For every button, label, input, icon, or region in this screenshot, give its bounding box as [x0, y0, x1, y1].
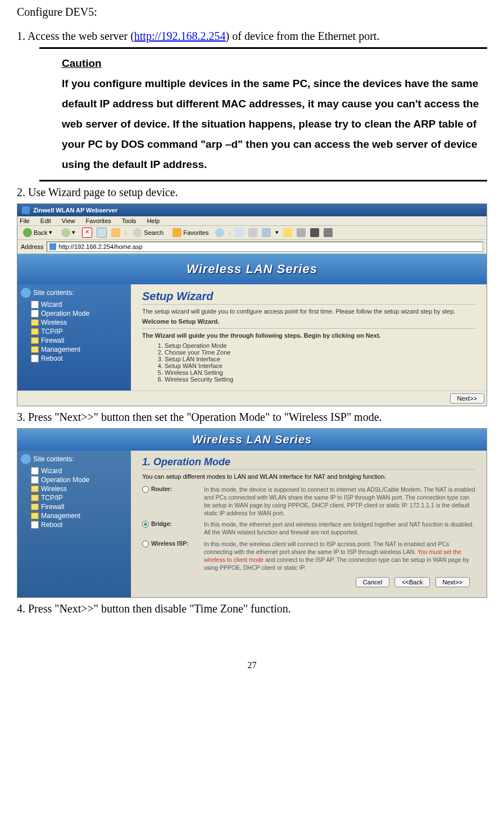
url-text: http://192.168.2.254/home.asp	[58, 243, 142, 250]
sidebar-item-management[interactable]: Management	[21, 511, 128, 520]
back-button-wizard[interactable]: <<Back	[394, 577, 430, 587]
sidebar-item-wizard[interactable]: Wizard	[21, 300, 128, 309]
document-icon	[31, 355, 39, 362]
print-icon[interactable]	[248, 228, 257, 237]
folder-icon	[31, 503, 39, 510]
home-icon[interactable]	[111, 228, 120, 237]
sidebar-item-tcpip[interactable]: TCP/IP	[21, 327, 128, 336]
wrench-icon[interactable]	[297, 228, 306, 237]
web-server-link[interactable]: http://192.168.2.254	[134, 30, 226, 42]
address-label: Address	[21, 243, 43, 250]
search-label: Search	[144, 229, 164, 236]
wizard-step: Choose your Time Zone	[165, 349, 475, 356]
paw-icon[interactable]	[310, 228, 319, 237]
document-icon	[31, 467, 39, 475]
sidebar-item-reboot[interactable]: Reboot	[21, 520, 128, 529]
window-titlebar: Zinwell WLAN AP Webserver	[17, 204, 487, 216]
back-icon	[23, 228, 32, 237]
section-title: Configure DEV5:	[17, 6, 487, 19]
globe-icon	[21, 288, 31, 298]
document-icon	[31, 476, 39, 484]
sidebar-item-label: TCP/IP	[41, 494, 63, 502]
forward-icon	[61, 228, 70, 237]
document-icon	[31, 301, 39, 308]
sidebar-item-wireless[interactable]: Wireless	[21, 484, 128, 493]
mail-icon[interactable]	[235, 228, 244, 237]
discuss-icon[interactable]	[324, 228, 333, 237]
search-button[interactable]: Search	[131, 228, 166, 238]
sidebar-item-management[interactable]: Management	[21, 345, 128, 354]
page-number: 27	[17, 660, 487, 670]
wizard-steps: Setup Operation Mode Choose your Time Zo…	[165, 342, 475, 383]
screenshot-wizard: Zinwell WLAN AP Webserver File Edit View…	[17, 203, 487, 406]
addressbar: Address http://192.168.2.254/home.asp	[17, 240, 487, 254]
cancel-button[interactable]: Cancel	[356, 577, 389, 587]
toolbar: Back ▾ ▾ ✕ | Search Favorites | ▾	[17, 226, 487, 240]
menu-help[interactable]: Help	[147, 217, 160, 224]
step-2: 2. Use Wizard page to setup device.	[17, 186, 487, 199]
sidebar-item-wireless[interactable]: Wireless	[21, 318, 128, 327]
sidebar-item-label: Operation Mode	[41, 310, 89, 317]
caution-label: Caution	[62, 53, 487, 74]
wizard-step: Wireless LAN Setting	[165, 369, 475, 376]
step1-pre: 1. Access the web server (	[17, 30, 134, 42]
menu-view[interactable]: View	[62, 217, 75, 224]
folder-icon	[31, 512, 39, 519]
folder-icon	[31, 346, 39, 353]
sidebar-item-tcpip[interactable]: TCP/IP	[21, 493, 128, 502]
back-button[interactable]: Back ▾	[21, 228, 55, 238]
step-4: 4. Press "Next>>" button then disable "T…	[17, 602, 487, 615]
address-input[interactable]: http://192.168.2.254/home.asp	[47, 242, 483, 252]
stop-icon[interactable]: ✕	[82, 228, 92, 238]
menubar: File Edit View Favorites Tools Help	[17, 216, 487, 226]
refresh-icon[interactable]	[97, 228, 107, 238]
folder-icon[interactable]	[283, 228, 292, 237]
wizard-step: Setup LAN Interface	[165, 356, 475, 362]
sidebar-item-label: Wizard	[41, 301, 62, 308]
menu-file[interactable]: File	[20, 217, 30, 224]
wizard-step: Wireless Security Setting	[165, 376, 475, 383]
wizard-title: Setup Wizard	[142, 290, 475, 303]
sidebar-item-wizard[interactable]: Wizard	[21, 466, 128, 475]
folder-icon	[31, 337, 39, 344]
menu-tools[interactable]: Tools	[122, 217, 137, 224]
wisp-description: In this mode, the wireless client will c…	[204, 540, 475, 572]
next-button-2[interactable]: Next>>	[435, 577, 470, 587]
sidebar-item-firewall[interactable]: Firewall	[21, 502, 128, 511]
radio-bridge[interactable]: Bridge:	[142, 520, 204, 536]
sidebar-item-label: Firewall	[41, 503, 64, 511]
wizard-intro: The setup wizard will guide you to confi…	[142, 308, 475, 315]
sidebar-header: Site contents:	[21, 454, 128, 464]
next-button[interactable]: Next>>	[450, 393, 484, 403]
back-label: Back	[34, 229, 47, 236]
forward-button[interactable]: ▾	[59, 228, 78, 238]
wisp-label: Wireless ISP:	[151, 540, 188, 547]
bridge-label: Bridge:	[151, 520, 172, 527]
sidebar-title: Site contents:	[33, 289, 74, 297]
menu-edit[interactable]: Edit	[40, 217, 51, 224]
menu-favorites[interactable]: Favorites	[86, 217, 111, 224]
folder-icon	[31, 328, 39, 335]
sidebar-item-label: Wireless	[41, 319, 67, 326]
wizard-step: Setup Operation Mode	[165, 342, 475, 349]
ie-icon	[22, 206, 30, 214]
radio-router[interactable]: Router:	[142, 485, 204, 518]
history-icon[interactable]	[215, 228, 224, 237]
sidebar-item-operation-mode[interactable]: Operation Mode	[21, 309, 128, 318]
button-row-2: Cancel <<Back Next>>	[142, 575, 475, 592]
folder-icon	[31, 319, 39, 326]
sidebar-item-firewall[interactable]: Firewall	[21, 336, 128, 345]
sidebar: Site contents: Wizard Operation Mode Wir…	[17, 284, 131, 391]
sidebar-item-reboot[interactable]: Reboot	[21, 354, 128, 363]
wisp-text-1: In this mode, the wireless client will c…	[204, 541, 449, 555]
step-1: 1. Access the web server (http://192.168…	[17, 30, 487, 43]
folder-icon	[31, 494, 39, 501]
radio-wireless-isp[interactable]: Wireless ISP:	[142, 540, 204, 572]
favorites-button[interactable]: Favorites	[170, 228, 211, 238]
main-panel: Setup Wizard The setup wizard will guide…	[131, 284, 487, 391]
edit-icon[interactable]	[262, 228, 271, 237]
search-icon	[133, 228, 142, 237]
radio-icon-selected	[142, 521, 149, 528]
radio-icon	[142, 541, 149, 547]
sidebar-item-operation-mode[interactable]: Operation Mode	[21, 475, 128, 484]
